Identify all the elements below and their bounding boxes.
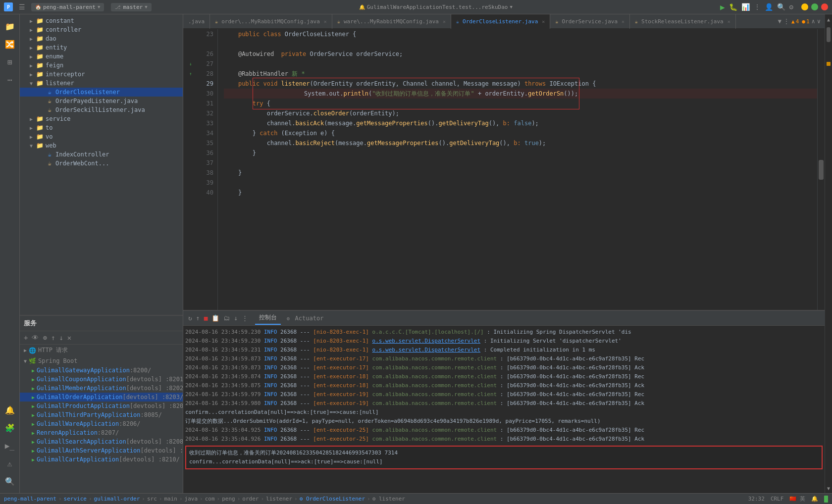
collapse-btn[interactable]: ∨ [817, 18, 821, 25]
sidebar-item-notifications[interactable]: 🔔 [2, 402, 18, 418]
tree-item-enume[interactable]: ▶ 📁 enume [20, 52, 183, 61]
code-line-37 [224, 158, 817, 168]
tree-item-controller[interactable]: ▶ 📁 controller [20, 25, 183, 34]
console-menu-btn[interactable]: ⋮ [241, 313, 249, 323]
more-button[interactable]: ⋮ [754, 3, 761, 11]
branch-selector[interactable]: ⎇ master ▼ [111, 3, 151, 11]
file-tree-content: ▶ 📁 constant ▶ 📁 controller ▶ 📁 dao [20, 14, 183, 315]
up-service-btn[interactable]: ↑ [50, 333, 56, 343]
app-auth[interactable]: ▶ GulimallAuthServerApplication [devtool… [20, 446, 183, 455]
console-btn-4[interactable]: 🗂 [222, 313, 231, 323]
expand-btn[interactable]: ∧ [812, 18, 815, 25]
app-root: P ☰ 🏠 peng-mall-parent ▼ ⎇ master ▼ 🔔 Gu… [0, 0, 832, 504]
tree-item-to[interactable]: ▶ 📁 to [20, 123, 183, 132]
console-btn-3[interactable]: 📋 [210, 313, 220, 323]
sidebar-item-more[interactable]: ⋯ [2, 72, 18, 88]
log-line-8: 2024-08-16 23:34:59.979 INFO 26368 --- [… [185, 390, 823, 399]
minimize-button[interactable] [801, 3, 808, 10]
console-tab-actuator[interactable]: ⚙ Actuator [283, 313, 327, 324]
sidebar-item-search[interactable]: 🔍 [2, 473, 18, 489]
springboot-section[interactable]: ▼ 🌿 Spring Boot [20, 356, 183, 366]
console-tab-ctrl[interactable]: 控制台 [255, 311, 281, 325]
sidebar-item-structure[interactable]: ⊞ [2, 54, 18, 70]
code-line-28: @RabbitHandler 新 * [224, 69, 817, 79]
tab-ware-rabbit[interactable]: ☕ ware\...MyRabbitMQConfig.java ✕ [332, 14, 451, 29]
sidebar-item-problems[interactable]: ⚠ [2, 455, 18, 471]
app-cart[interactable]: ▶ GulimallCartApplication [devtools] :82… [20, 455, 183, 464]
app-renren[interactable]: ▶ RenrenApplication :8207/ [20, 428, 183, 437]
tree-item-listener[interactable]: ▼ 📁 listener [20, 79, 183, 88]
console-btn-1[interactable]: ↻ [187, 313, 193, 323]
tree-item-orderseckilllistener[interactable]: ☕ OrderSeckillListener.java [20, 105, 183, 114]
tree-item-dao[interactable]: ▶ 📁 dao [20, 34, 183, 43]
project-selector[interactable]: 🏠 peng-mall-parent ▼ [31, 3, 104, 11]
notification-badge: 🔔 [811, 496, 818, 502]
breadcrumb: peng-mall-parent › service › gulimall-or… [4, 496, 405, 502]
maximize-button[interactable] [811, 3, 818, 10]
status-indicator-green [824, 496, 828, 503]
sidebar-item-terminal[interactable]: ▶_ [2, 438, 18, 454]
tree-item-orderwebcont[interactable]: ☕ OrderWebCont... [20, 159, 183, 168]
tab-orderservice[interactable]: ☕ OrderService.java ✕ [550, 14, 630, 29]
tab-dropdown-btn[interactable]: ▼ [778, 18, 781, 25]
tree-item-feign[interactable]: ▶ 📁 feign [20, 61, 183, 70]
app-coupon[interactable]: ▶ GulimallCouponApplication [devtools] :… [20, 375, 183, 384]
left-icon-sidebar: 📁 🔀 ⊞ ⋯ 🔔 🧩 ▶_ ⚠ 🔍 [0, 14, 20, 493]
app-gateway[interactable]: ▶ GulimallGatewayApplication :8200/ [20, 366, 183, 375]
tree-item-indexcontroller[interactable]: ☕ IndexController [20, 150, 183, 159]
search-button[interactable]: 🔍 [777, 3, 785, 11]
log-line-2: 2024-08-16 23:34:59.230 INFO 26368 --- [… [185, 337, 823, 346]
tree-item-entity[interactable]: ▶ 📁 entity [20, 43, 183, 52]
close-button[interactable] [821, 3, 828, 10]
tree-item-constant[interactable]: ▶ 📁 constant [20, 16, 183, 25]
tree-item-ordercloselistener[interactable]: ☕ OrderCloseListener [20, 88, 183, 97]
tree-item-service[interactable]: ▶ 📁 service [20, 114, 183, 123]
scroll-up-btn[interactable]: ▲ [827, 14, 830, 24]
sidebar-item-vcs[interactable]: 🔀 [2, 36, 18, 52]
tab-order-rabbit[interactable]: ☕ order\...MyRabbitMQConfig.java ✕ [210, 14, 332, 29]
tree-item-web[interactable]: ▼ 📁 web [20, 141, 183, 150]
console-area: ↻ ↑ ■ 📋 🗂 ↓ ⋮ 控制台 ⚙ Actuator [183, 310, 825, 493]
app-ware[interactable]: ▶ GulimallWareApplication :8206/ [20, 419, 183, 428]
tab-orderclose[interactable]: ☕ OrderCloseListener.java ✕ [451, 14, 550, 29]
tab-menu-btn[interactable]: ⋮ [783, 18, 789, 25]
tab-stockrelease[interactable]: ☕ StockReleaseListener.java ✕ [630, 14, 736, 29]
log-line-3: 2024-08-16 23:34:59.231 INFO 26368 --- [… [185, 346, 823, 354]
run-button[interactable]: ▶ [720, 2, 725, 12]
console-btn-2[interactable]: ↑ [195, 313, 201, 323]
tab-java[interactable]: .java [183, 14, 210, 29]
down-service-btn[interactable]: ↓ [58, 333, 64, 343]
code-editor: ↓ ↑ 23 26 27 28 29 30 31 32 33 [183, 29, 825, 310]
group-service-btn[interactable]: ⊕ [42, 333, 48, 343]
add-service-btn[interactable]: + [23, 333, 29, 343]
scroll-down-btn[interactable]: ▼ [827, 483, 830, 493]
http-section[interactable]: ▶ 🌐 HTTP 请求 [20, 345, 183, 356]
console-btn-5[interactable]: ↓ [233, 313, 239, 323]
warnings-badge[interactable]: ▲4 ●1 [791, 18, 810, 25]
code-line-30: System.out.println("收到过期的订单信息，准备关闭订单" + … [224, 89, 817, 99]
app-logo: P [4, 2, 13, 11]
view-service-btn[interactable]: 👁 [31, 333, 40, 343]
tree-item-interceptor[interactable]: ▶ 📁 interceptor [20, 70, 183, 79]
sidebar-item-project[interactable]: 📁 [2, 18, 18, 34]
console-logs[interactable]: 2024-08-16 23:34:59.230 INFO 26368 --- [… [183, 326, 825, 493]
code-line-24 [224, 39, 817, 49]
app-search[interactable]: ▶ GulimallSearchApplication [devtools] :… [20, 437, 183, 446]
user-button[interactable]: 👤 [765, 3, 773, 11]
code-content[interactable]: public class OrderCloseListener { @Autow… [218, 29, 817, 310]
app-product[interactable]: ▶ GulimallProductApplication [devtools] … [20, 402, 183, 410]
log-line-9: 2024-08-16 23:34:59.980 INFO 26368 --- [… [185, 399, 823, 408]
console-stop-btn[interactable]: ■ [203, 313, 209, 323]
tree-item-orderpayedlistener[interactable]: ☕ OrderPayedListener.java [20, 97, 183, 105]
settings-button[interactable]: ⚙ [789, 3, 793, 11]
scroll-thumb[interactable] [827, 27, 831, 42]
app-member[interactable]: ▶ GulimallMemberApplication [devtools] :… [20, 384, 183, 393]
debug-button[interactable]: 🐛 [729, 3, 737, 11]
close-service-btn[interactable]: ✕ [66, 333, 72, 343]
app-order[interactable]: ▶ GulimallOrderApplication [devtools] :8… [20, 393, 183, 402]
app-thirdparty[interactable]: ▶ GulimallThirdPartyApplication :8085/ [20, 410, 183, 419]
sidebar-item-plugins[interactable]: 🧩 [2, 420, 18, 436]
profile-button[interactable]: 📊 [741, 3, 750, 11]
tree-item-vo[interactable]: ▶ 📁 vo [20, 132, 183, 141]
menu-icon[interactable]: ☰ [17, 2, 27, 12]
